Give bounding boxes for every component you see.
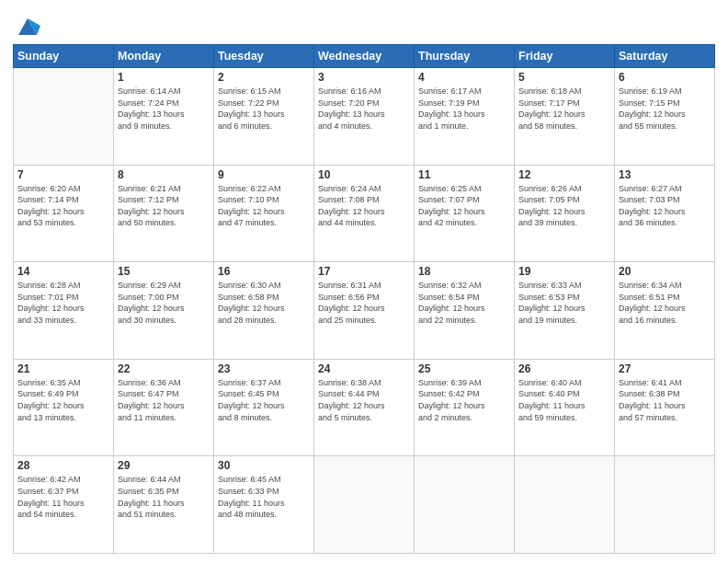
day-info: Sunrise: 6:31 AM Sunset: 6:56 PM Dayligh… [318,280,410,326]
calendar-header-row: SundayMondayTuesdayWednesdayThursdayFrid… [14,45,715,68]
day-info: Sunrise: 6:28 AM Sunset: 7:01 PM Dayligh… [17,280,109,326]
day-of-week-header: Saturday [615,45,715,68]
day-number: 15 [118,265,210,278]
day-of-week-header: Tuesday [214,45,314,68]
day-number: 21 [17,362,109,375]
day-number: 27 [619,362,711,375]
calendar-cell: 29Sunrise: 6:44 AM Sunset: 6:35 PM Dayli… [114,456,214,554]
calendar-cell: 24Sunrise: 6:38 AM Sunset: 6:44 PM Dayli… [314,359,415,456]
day-number: 17 [318,265,410,278]
day-info: Sunrise: 6:15 AM Sunset: 7:22 PM Dayligh… [218,86,310,132]
day-info: Sunrise: 6:32 AM Sunset: 6:54 PM Dayligh… [418,280,510,326]
calendar-cell: 28Sunrise: 6:42 AM Sunset: 6:37 PM Dayli… [14,456,114,554]
calendar-cell: 4Sunrise: 6:17 AM Sunset: 7:19 PM Daylig… [415,68,515,166]
day-number: 12 [518,168,610,181]
calendar-cell: 16Sunrise: 6:30 AM Sunset: 6:58 PM Dayli… [214,262,314,360]
calendar-cell: 15Sunrise: 6:29 AM Sunset: 7:00 PM Dayli… [114,262,214,360]
day-info: Sunrise: 6:42 AM Sunset: 6:37 PM Dayligh… [17,474,109,520]
day-info: Sunrise: 6:35 AM Sunset: 6:49 PM Dayligh… [17,377,109,423]
day-number: 2 [218,71,310,84]
header [13,9,715,39]
day-info: Sunrise: 6:22 AM Sunset: 7:10 PM Dayligh… [218,183,310,229]
day-number: 24 [318,362,410,375]
day-info: Sunrise: 6:38 AM Sunset: 6:44 PM Dayligh… [318,377,410,423]
calendar-cell: 10Sunrise: 6:24 AM Sunset: 7:08 PM Dayli… [314,165,415,262]
calendar-cell: 26Sunrise: 6:40 AM Sunset: 6:40 PM Dayli… [515,359,615,456]
calendar-cell [615,456,715,554]
calendar-cell: 2Sunrise: 6:15 AM Sunset: 7:22 PM Daylig… [214,68,314,166]
calendar-cell: 18Sunrise: 6:32 AM Sunset: 6:54 PM Dayli… [415,262,515,360]
day-number: 16 [218,265,310,278]
day-info: Sunrise: 6:26 AM Sunset: 7:05 PM Dayligh… [518,183,610,229]
day-number: 30 [218,459,310,472]
day-number: 6 [619,71,711,84]
day-info: Sunrise: 6:21 AM Sunset: 7:12 PM Dayligh… [118,183,210,229]
calendar-cell: 12Sunrise: 6:26 AM Sunset: 7:05 PM Dayli… [515,165,615,262]
calendar-cell: 7Sunrise: 6:20 AM Sunset: 7:14 PM Daylig… [14,165,114,262]
day-number: 26 [518,362,610,375]
day-number: 5 [518,71,610,84]
day-number: 13 [619,168,711,181]
day-info: Sunrise: 6:24 AM Sunset: 7:08 PM Dayligh… [318,183,410,229]
calendar-cell: 13Sunrise: 6:27 AM Sunset: 7:03 PM Dayli… [615,165,715,262]
day-info: Sunrise: 6:36 AM Sunset: 6:47 PM Dayligh… [118,377,210,423]
calendar-cell: 25Sunrise: 6:39 AM Sunset: 6:42 PM Dayli… [415,359,515,456]
day-number: 22 [118,362,210,375]
calendar-cell: 5Sunrise: 6:18 AM Sunset: 7:17 PM Daylig… [515,68,615,166]
calendar-cell [415,456,515,554]
day-number: 25 [418,362,510,375]
day-info: Sunrise: 6:33 AM Sunset: 6:53 PM Dayligh… [518,280,610,326]
logo-icon [15,13,40,39]
day-number: 3 [318,71,410,84]
day-number: 29 [118,459,210,472]
calendar-cell: 23Sunrise: 6:37 AM Sunset: 6:45 PM Dayli… [214,359,314,456]
day-info: Sunrise: 6:17 AM Sunset: 7:19 PM Dayligh… [418,86,510,132]
calendar-cell: 20Sunrise: 6:34 AM Sunset: 6:51 PM Dayli… [615,262,715,360]
day-number: 14 [17,265,109,278]
day-of-week-header: Friday [515,45,615,68]
day-info: Sunrise: 6:29 AM Sunset: 7:00 PM Dayligh… [118,280,210,326]
page: SundayMondayTuesdayWednesdayThursdayFrid… [0,0,728,563]
day-info: Sunrise: 6:45 AM Sunset: 6:33 PM Dayligh… [218,474,310,520]
day-info: Sunrise: 6:14 AM Sunset: 7:24 PM Dayligh… [118,86,210,132]
day-number: 28 [17,459,109,472]
day-number: 18 [418,265,510,278]
calendar-cell: 19Sunrise: 6:33 AM Sunset: 6:53 PM Dayli… [515,262,615,360]
day-of-week-header: Sunday [14,45,114,68]
day-info: Sunrise: 6:20 AM Sunset: 7:14 PM Dayligh… [17,183,109,229]
day-info: Sunrise: 6:34 AM Sunset: 6:51 PM Dayligh… [619,280,711,326]
day-info: Sunrise: 6:37 AM Sunset: 6:45 PM Dayligh… [218,377,310,423]
calendar-cell [14,68,114,166]
day-info: Sunrise: 6:16 AM Sunset: 7:20 PM Dayligh… [318,86,410,132]
calendar-cell: 21Sunrise: 6:35 AM Sunset: 6:49 PM Dayli… [14,359,114,456]
calendar-cell [515,456,615,554]
day-info: Sunrise: 6:30 AM Sunset: 6:58 PM Dayligh… [218,280,310,326]
calendar-cell: 9Sunrise: 6:22 AM Sunset: 7:10 PM Daylig… [214,165,314,262]
day-info: Sunrise: 6:27 AM Sunset: 7:03 PM Dayligh… [619,183,711,229]
day-info: Sunrise: 6:25 AM Sunset: 7:07 PM Dayligh… [418,183,510,229]
day-number: 7 [17,168,109,181]
calendar-cell: 8Sunrise: 6:21 AM Sunset: 7:12 PM Daylig… [114,165,214,262]
day-number: 10 [318,168,410,181]
day-of-week-header: Thursday [415,45,515,68]
day-number: 8 [118,168,210,181]
calendar-cell: 1Sunrise: 6:14 AM Sunset: 7:24 PM Daylig… [114,68,214,166]
calendar-cell [314,456,415,554]
calendar-cell: 30Sunrise: 6:45 AM Sunset: 6:33 PM Dayli… [214,456,314,554]
day-number: 11 [418,168,510,181]
day-number: 23 [218,362,310,375]
day-number: 1 [118,71,210,84]
day-info: Sunrise: 6:19 AM Sunset: 7:15 PM Dayligh… [619,86,711,132]
calendar-cell: 27Sunrise: 6:41 AM Sunset: 6:38 PM Dayli… [615,359,715,456]
logo [13,13,40,39]
calendar-cell: 6Sunrise: 6:19 AM Sunset: 7:15 PM Daylig… [615,68,715,166]
calendar: SundayMondayTuesdayWednesdayThursdayFrid… [13,44,715,554]
calendar-cell: 22Sunrise: 6:36 AM Sunset: 6:47 PM Dayli… [114,359,214,456]
day-info: Sunrise: 6:44 AM Sunset: 6:35 PM Dayligh… [118,474,210,520]
day-number: 9 [218,168,310,181]
calendar-cell: 17Sunrise: 6:31 AM Sunset: 6:56 PM Dayli… [314,262,415,360]
day-info: Sunrise: 6:41 AM Sunset: 6:38 PM Dayligh… [619,377,711,423]
day-info: Sunrise: 6:40 AM Sunset: 6:40 PM Dayligh… [518,377,610,423]
day-number: 20 [619,265,711,278]
day-number: 19 [518,265,610,278]
